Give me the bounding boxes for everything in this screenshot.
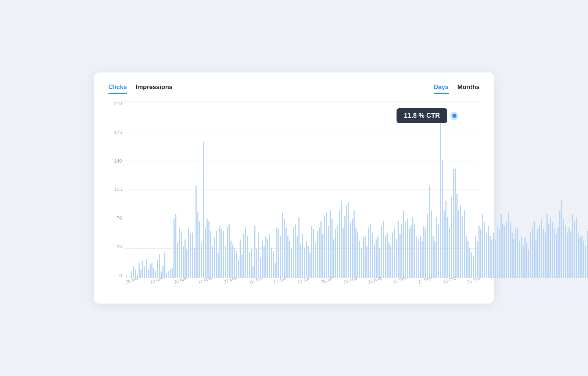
bar xyxy=(466,236,467,278)
bar xyxy=(153,268,154,278)
bar xyxy=(534,221,535,278)
tab-days[interactable]: Days xyxy=(434,84,449,94)
bar xyxy=(363,237,364,278)
bar xyxy=(394,227,395,278)
bar xyxy=(541,219,542,278)
y-label-140: 140 xyxy=(114,159,122,163)
bar xyxy=(418,239,419,278)
bar xyxy=(471,252,472,278)
bar xyxy=(273,251,274,278)
bar xyxy=(186,249,187,278)
bar xyxy=(585,246,586,278)
bar xyxy=(379,248,380,278)
bar xyxy=(203,142,204,278)
bar xyxy=(218,252,219,278)
bar xyxy=(504,226,505,278)
bar xyxy=(271,248,272,278)
bar xyxy=(433,236,434,278)
bar xyxy=(139,263,140,278)
bar xyxy=(460,205,461,278)
bar xyxy=(425,229,426,278)
bar xyxy=(183,246,184,278)
bar xyxy=(368,227,369,278)
bar xyxy=(355,227,356,278)
bar xyxy=(405,222,406,278)
bar xyxy=(245,227,246,278)
bar xyxy=(159,254,160,278)
bar xyxy=(197,212,198,278)
bar xyxy=(313,229,314,278)
bar xyxy=(583,241,584,278)
bar xyxy=(201,242,202,278)
bar xyxy=(537,229,538,278)
bar xyxy=(252,266,254,278)
bar xyxy=(328,226,329,278)
x-axis: 26 Mar10 Apr25 Apr11 May27 May12 Jun27 J… xyxy=(125,278,480,292)
bar xyxy=(267,239,268,278)
bar xyxy=(387,233,388,278)
bar xyxy=(490,236,491,278)
chart-area: 210 175 140 105 70 35 0 xyxy=(108,101,480,292)
bar xyxy=(482,214,483,278)
bar xyxy=(545,233,546,278)
bar xyxy=(293,227,294,278)
bar xyxy=(205,227,206,278)
bar xyxy=(240,239,241,278)
bar xyxy=(247,236,248,278)
bar xyxy=(565,226,566,278)
bar xyxy=(212,246,213,278)
bar xyxy=(409,229,410,278)
bar xyxy=(546,214,548,278)
bar xyxy=(548,224,549,278)
bar xyxy=(497,227,498,278)
bar xyxy=(506,221,507,278)
bar xyxy=(407,219,408,278)
bar xyxy=(280,236,281,278)
bar xyxy=(567,233,568,278)
bar xyxy=(335,229,336,278)
bar xyxy=(155,271,156,278)
chart-card: Clicks Impressions Days Months 210 175 1… xyxy=(94,72,494,304)
bar xyxy=(319,227,320,278)
bar xyxy=(493,233,494,278)
bar xyxy=(475,236,476,278)
tab-months[interactable]: Months xyxy=(458,84,480,94)
bar xyxy=(580,237,581,278)
bar xyxy=(477,241,478,278)
bar xyxy=(532,227,533,278)
bar xyxy=(199,221,200,278)
bar xyxy=(298,217,300,278)
y-label-175: 175 xyxy=(114,130,122,135)
bar xyxy=(339,210,340,278)
bar xyxy=(383,221,384,278)
bar xyxy=(423,226,424,278)
bar xyxy=(510,222,511,278)
bar xyxy=(576,217,577,278)
y-axis: 210 175 140 105 70 35 0 xyxy=(108,101,125,278)
tab-clicks[interactable]: Clicks xyxy=(108,84,127,94)
bar xyxy=(306,241,307,278)
bar xyxy=(162,266,164,278)
bar xyxy=(192,233,193,278)
bar xyxy=(469,248,470,278)
bar xyxy=(251,249,252,278)
bar xyxy=(559,210,560,278)
bar xyxy=(269,234,270,278)
bar xyxy=(219,226,220,278)
bar xyxy=(451,197,452,278)
bar xyxy=(438,224,439,278)
bar xyxy=(172,268,173,278)
bar xyxy=(414,224,415,278)
bar xyxy=(440,113,441,278)
bar xyxy=(396,239,397,278)
bar xyxy=(265,236,266,278)
bar xyxy=(144,266,145,278)
y-label-70: 70 xyxy=(117,216,122,220)
bar xyxy=(275,263,276,278)
bar xyxy=(184,239,186,278)
tab-impressions[interactable]: Impressions xyxy=(136,84,172,94)
bars-container xyxy=(125,101,480,278)
bar xyxy=(578,233,579,278)
bar xyxy=(170,269,171,278)
bar xyxy=(309,252,311,278)
